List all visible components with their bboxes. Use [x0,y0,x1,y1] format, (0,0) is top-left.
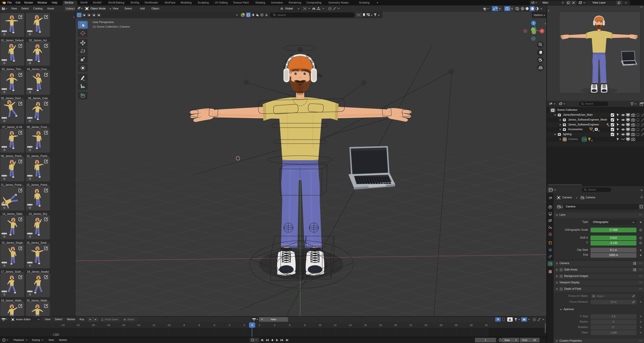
svg-text:X: X [541,30,543,32]
svg-text:Z: Z [533,22,534,24]
